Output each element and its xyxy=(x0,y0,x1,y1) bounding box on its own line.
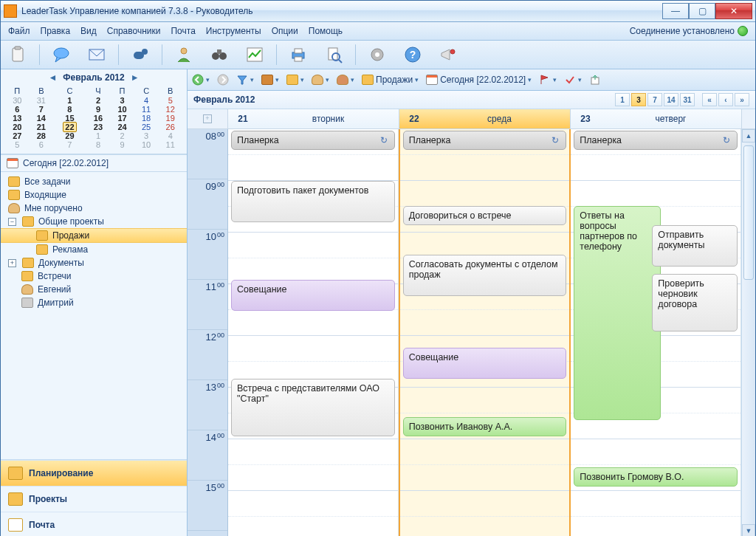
window-title: LeaderTask Управление компанией 7.3.8 - … xyxy=(21,6,662,16)
tree-dmitriy[interactable]: Дмитрий xyxy=(1,296,187,309)
scroll-thumb[interactable] xyxy=(743,145,754,280)
menu-instruments[interactable]: Инструменты xyxy=(206,26,261,36)
breadcrumb-today[interactable]: Сегодня [22.02.2012]▾ xyxy=(426,75,532,85)
export-button[interactable] xyxy=(589,74,601,86)
event[interactable]: ↻Планерка xyxy=(574,131,738,150)
mail-tool[interactable] xyxy=(86,44,108,66)
event[interactable]: ↻Планерка xyxy=(231,131,395,150)
event[interactable]: Ответы на вопросы партнеров по телефону xyxy=(574,206,661,420)
event[interactable]: Отправить документы xyxy=(652,225,738,267)
print-tool[interactable] xyxy=(287,44,309,66)
scroll-down-icon[interactable]: ▼ xyxy=(742,524,755,536)
folder-icon xyxy=(286,75,298,85)
assignee-filter-button[interactable]: ▾ xyxy=(337,75,354,85)
tree-all-tasks[interactable]: Все задачи xyxy=(1,175,187,188)
expand-icon[interactable]: + xyxy=(8,259,16,267)
range-3[interactable]: 3 xyxy=(631,93,646,106)
event[interactable]: Подготовить пакет документов xyxy=(231,181,395,222)
menu-options[interactable]: Опции xyxy=(272,26,298,36)
briefcase-button[interactable]: ▾ xyxy=(261,75,279,85)
menu-help[interactable]: Помощь xyxy=(309,26,343,36)
calendar-grid[interactable]: ПВСЧПСВ303112345678910111213141516171819… xyxy=(5,86,182,149)
menu-view[interactable]: Вид xyxy=(80,26,97,36)
folder-button[interactable]: ▾ xyxy=(286,75,304,85)
check-button[interactable]: ▾ xyxy=(564,74,582,86)
menu-mail[interactable]: Почта xyxy=(171,26,195,36)
cal-prev[interactable]: ◄ xyxy=(48,73,57,82)
event[interactable]: Встреча с представителями ОАО "Старт" xyxy=(231,379,395,436)
day-header-23[interactable]: 23четверг xyxy=(571,109,742,128)
sidebar-today[interactable]: Сегодня [22.02.2012] xyxy=(1,154,187,172)
nav-mail[interactable]: Почта xyxy=(1,512,187,536)
tree-docs[interactable]: +Документы xyxy=(1,256,187,269)
tree-assigned[interactable]: Мне поручено xyxy=(1,202,187,215)
menu-refs[interactable]: Справочники xyxy=(107,26,161,36)
range-31[interactable]: 31 xyxy=(680,93,695,106)
main-toolbar-secondary: ▾ ▾ ▾ ▾ ▾ ▾ Продажи▾ Сегодня [22.02.2012… xyxy=(188,69,755,91)
range-14[interactable]: 14 xyxy=(664,93,678,106)
back-button[interactable]: ▾ xyxy=(192,74,210,86)
breadcrumb-sales[interactable]: Продажи▾ xyxy=(362,75,419,85)
preview-tool[interactable] xyxy=(323,44,345,66)
tree-evgeniy[interactable]: Евгений xyxy=(1,283,187,296)
nav-planning[interactable]: Планирование xyxy=(1,460,187,486)
event[interactable]: Позвонить Громову В.О. xyxy=(574,467,738,487)
cal-title: Февраль 2012 xyxy=(63,72,124,83)
event[interactable]: Проверить черновик договора xyxy=(652,274,738,331)
megaphone-tool[interactable] xyxy=(437,44,459,66)
tree-meetings[interactable]: Встречи xyxy=(1,269,187,283)
event[interactable]: Совещание xyxy=(231,280,395,311)
gear-tool[interactable] xyxy=(366,44,388,66)
svg-line-16 xyxy=(339,60,342,63)
tree-projects[interactable]: −Общие проекты xyxy=(1,215,187,228)
day-column-23[interactable]: ↻ПланеркаОтветы на вопросы партнеров по … xyxy=(571,129,741,536)
maximize-button[interactable]: ▢ xyxy=(689,3,715,19)
collapse-icon[interactable]: − xyxy=(8,218,16,226)
sync-tool[interactable] xyxy=(129,44,151,66)
nav-next[interactable]: » xyxy=(735,93,749,106)
nav-projects[interactable]: Проекты xyxy=(1,486,187,512)
day-column-21[interactable]: ↻ПланеркаПодготовить пакет документовСов… xyxy=(228,129,399,536)
menu-file[interactable]: Файл xyxy=(8,26,30,36)
cal-next[interactable]: ► xyxy=(131,73,140,82)
svg-rect-12 xyxy=(295,49,302,53)
connection-status: Соединение установлено xyxy=(630,26,748,36)
person-icon xyxy=(8,203,20,213)
day-column-22[interactable]: ↻ПланеркаДоговориться о встречеСогласова… xyxy=(399,129,571,536)
user-tool[interactable] xyxy=(173,44,195,66)
range-1[interactable]: 1 xyxy=(615,93,630,106)
nav-first[interactable]: « xyxy=(702,93,717,106)
calendar-grid: 08000900100011001200130014001500 ↻Планер… xyxy=(188,129,755,536)
event[interactable]: Совещание xyxy=(403,348,567,379)
chat-tool[interactable] xyxy=(50,44,72,66)
help-tool[interactable]: ? xyxy=(402,44,424,66)
event[interactable]: Договориться о встрече xyxy=(403,206,567,225)
user-filter-button[interactable]: ▾ xyxy=(312,75,329,85)
flag-button[interactable]: ▾ xyxy=(539,74,557,86)
range-7[interactable]: 7 xyxy=(647,93,662,106)
nav-prev[interactable]: ‹ xyxy=(718,93,733,106)
vertical-scrollbar[interactable]: ▲ ▼ xyxy=(741,129,755,536)
event[interactable]: Позвонить Иванову А.А. xyxy=(403,417,567,436)
tree-sales[interactable]: Продажи xyxy=(1,228,187,243)
svg-point-21 xyxy=(450,49,455,54)
app-icon xyxy=(4,4,17,18)
event[interactable]: ↻Планерка xyxy=(403,131,567,150)
svg-rect-13 xyxy=(295,57,302,61)
day-header-22[interactable]: 22среда xyxy=(399,109,571,128)
tree-ads[interactable]: Реклама xyxy=(1,243,187,256)
binoculars-tool[interactable] xyxy=(208,44,230,66)
tree-inbox[interactable]: Входящие xyxy=(1,188,187,202)
stats-tool[interactable] xyxy=(244,44,266,66)
folder-icon xyxy=(8,190,20,200)
day-header-21[interactable]: 21вторник xyxy=(228,109,399,128)
menu-edit[interactable]: Правка xyxy=(41,26,71,36)
close-button[interactable]: ✕ xyxy=(715,3,752,19)
scroll-up-icon[interactable]: ▲ xyxy=(742,129,755,142)
forward-button[interactable] xyxy=(217,74,229,86)
clipboard-tool[interactable] xyxy=(7,44,29,66)
expand-allday-icon[interactable]: + xyxy=(203,114,212,123)
event[interactable]: Согласовать документы с отделом продаж xyxy=(403,255,567,296)
minimize-button[interactable]: — xyxy=(662,3,689,19)
filter-button[interactable]: ▾ xyxy=(236,74,254,86)
